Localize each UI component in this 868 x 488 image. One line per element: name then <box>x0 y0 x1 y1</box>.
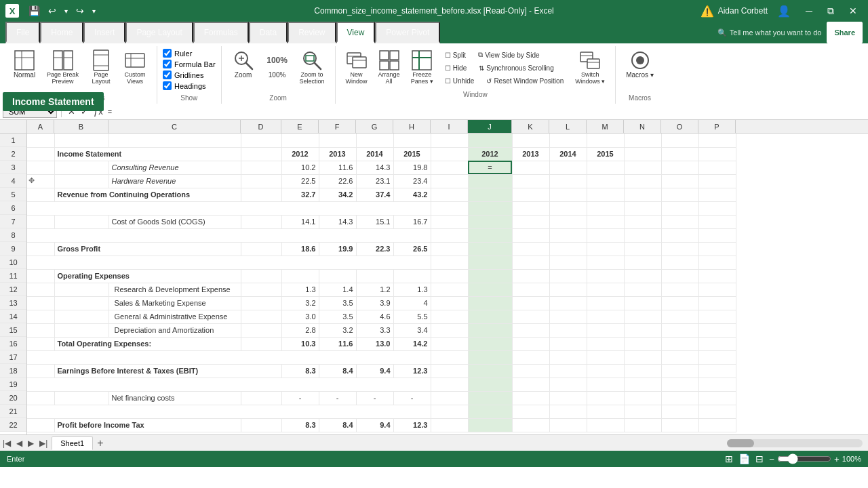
cell-L4[interactable] <box>549 174 587 188</box>
cell-C14[interactable]: General & Administrative Expense <box>108 310 241 323</box>
cell-B4[interactable] <box>54 174 108 188</box>
cell-F20[interactable]: - <box>319 391 356 405</box>
cell-E3[interactable]: 10.2 <box>281 161 319 174</box>
cell-E13[interactable]: 3.2 <box>281 296 319 310</box>
cell-G13[interactable]: 3.9 <box>356 296 393 310</box>
cell-row10[interactable] <box>27 256 431 269</box>
cell-N7[interactable] <box>624 215 661 228</box>
cell-D13[interactable] <box>241 296 281 310</box>
normal-view-status-button[interactable]: ⊞ <box>725 453 733 464</box>
zoom-selection-button[interactable]: Zoom toSelection <box>295 46 330 88</box>
cell-K8[interactable] <box>512 228 549 242</box>
cell-row21[interactable] <box>27 405 431 418</box>
cell-C13[interactable]: Sales & Marketing Expense <box>108 296 241 310</box>
cell-M11[interactable] <box>587 269 624 283</box>
cell-A15[interactable] <box>27 323 54 337</box>
cell-L3[interactable] <box>549 161 587 174</box>
tab-home[interactable]: Home <box>40 22 83 43</box>
cell-P12[interactable] <box>698 283 736 296</box>
cell-N19[interactable] <box>624 378 661 391</box>
cell-O9[interactable] <box>661 242 698 256</box>
cell-G2[interactable]: 2014 <box>356 147 393 161</box>
row-header-3[interactable]: 3 <box>0 161 26 174</box>
cell-J22[interactable] <box>468 418 512 432</box>
col-header-P[interactable]: P <box>698 120 736 133</box>
cell-I14[interactable] <box>431 310 468 323</box>
restore-button[interactable]: ⧉ <box>822 0 840 22</box>
cell-D12[interactable] <box>241 283 281 296</box>
cell-F9[interactable]: 19.9 <box>319 242 356 256</box>
cell-A4[interactable]: ✥ <box>27 174 54 188</box>
cell-J4[interactable] <box>468 174 512 188</box>
page-layout-button[interactable]: PageLayout <box>85 46 117 88</box>
tab-power-pivot[interactable]: Power Pivot <box>375 22 440 43</box>
cell-O22[interactable] <box>661 418 698 432</box>
cell-H5[interactable]: 43.2 <box>393 188 431 201</box>
cell-D5[interactable] <box>241 188 281 201</box>
cell-H7[interactable]: 16.7 <box>393 215 431 228</box>
cell-E18[interactable]: 8.3 <box>281 364 319 378</box>
corner-cell[interactable] <box>0 120 27 133</box>
cell-K17[interactable] <box>512 350 549 364</box>
cell-A22[interactable] <box>27 418 54 432</box>
cell-G9[interactable]: 22.3 <box>356 242 393 256</box>
cell-N18[interactable] <box>624 364 661 378</box>
cell-G18[interactable]: 9.4 <box>356 364 393 378</box>
reset-window-button[interactable]: ↺ Reset Window Position <box>482 75 568 87</box>
cell-J7[interactable] <box>468 215 512 228</box>
cell-M2[interactable]: 2015 <box>587 147 624 161</box>
row-header-13[interactable]: 13 <box>0 296 26 310</box>
cell-J14[interactable] <box>468 310 512 323</box>
cell-P15[interactable] <box>698 323 736 337</box>
cell-row17[interactable] <box>27 350 431 364</box>
col-header-I[interactable]: I <box>431 120 468 133</box>
cell-P9[interactable] <box>698 242 736 256</box>
row-header-17[interactable]: 17 <box>0 350 26 364</box>
col-header-E[interactable]: E <box>281 120 319 133</box>
cell-N2[interactable] <box>624 147 661 161</box>
cell-N12[interactable] <box>624 283 661 296</box>
cell-J1[interactable] <box>468 134 512 147</box>
col-header-K[interactable]: K <box>512 120 549 133</box>
cell-B16[interactable]: Total Operating Expenses: <box>54 337 241 350</box>
cell-M6[interactable] <box>587 201 624 215</box>
cell-M22[interactable] <box>587 418 624 432</box>
cell-L19[interactable] <box>549 378 587 391</box>
cell-F5[interactable]: 34.2 <box>319 188 356 201</box>
cell-A5[interactable] <box>27 188 54 201</box>
col-header-H[interactable]: H <box>393 120 431 133</box>
cell-J6[interactable] <box>468 201 512 215</box>
cell-B18[interactable]: Earnings Before Interest & Taxes (EBIT) <box>54 364 281 378</box>
cell-J12[interactable] <box>468 283 512 296</box>
cell-K4[interactable] <box>512 174 549 188</box>
headings-checkbox[interactable] <box>163 81 172 90</box>
col-header-B[interactable]: B <box>54 120 108 133</box>
gridlines-checkbox-label[interactable]: Gridlines <box>163 70 216 79</box>
cell-H18[interactable]: 12.3 <box>393 364 431 378</box>
cell-J10[interactable] <box>468 256 512 269</box>
cell-O19[interactable] <box>661 378 698 391</box>
cell-L10[interactable] <box>549 256 587 269</box>
unhide-button[interactable]: ☐ Unhide <box>441 75 479 87</box>
cell-P8[interactable] <box>698 228 736 242</box>
cell-I7[interactable] <box>431 215 468 228</box>
cell-A18[interactable] <box>27 364 54 378</box>
cell-M16[interactable] <box>587 337 624 350</box>
cell-I15[interactable] <box>431 323 468 337</box>
cell-M17[interactable] <box>587 350 624 364</box>
cell-N22[interactable] <box>624 418 661 432</box>
cell-P10[interactable] <box>698 256 736 269</box>
col-header-O[interactable]: O <box>661 120 698 133</box>
cell-O6[interactable] <box>661 201 698 215</box>
hide-button[interactable]: ☐ Hide <box>441 62 471 74</box>
cell-K19[interactable] <box>512 378 549 391</box>
cell-F11[interactable] <box>319 269 356 283</box>
next-sheet-button[interactable]: ▶ <box>25 439 37 448</box>
cell-F7[interactable]: 14.3 <box>319 215 356 228</box>
cell-I12[interactable] <box>431 283 468 296</box>
cell-B11[interactable]: Operating Expenses <box>54 269 241 283</box>
cell-O8[interactable] <box>661 228 698 242</box>
cell-K7[interactable] <box>512 215 549 228</box>
cell-L14[interactable] <box>549 310 587 323</box>
cell-I13[interactable] <box>431 296 468 310</box>
